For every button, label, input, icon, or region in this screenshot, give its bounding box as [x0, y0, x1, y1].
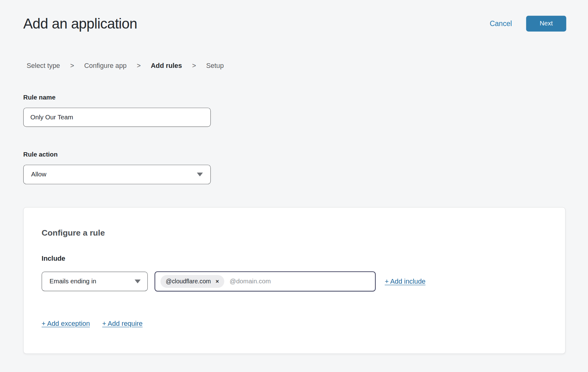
next-button[interactable]: Next: [526, 16, 566, 32]
breadcrumb-step-setup[interactable]: Setup: [206, 62, 224, 70]
add-exception-link[interactable]: + Add exception: [42, 320, 90, 327]
rule-action-value: Allow: [31, 171, 46, 178]
caret-down-icon: [197, 173, 203, 176]
rule-links-row: + Add exception + Add require: [42, 320, 547, 327]
rule-name-input[interactable]: [23, 108, 211, 127]
include-rule-row: Emails ending in @cloudflare.com ✕ + Add…: [42, 271, 547, 291]
include-selector-select[interactable]: Emails ending in: [42, 272, 148, 291]
breadcrumb-step-add-rules: Add rules: [151, 62, 182, 70]
add-include-link[interactable]: + Add include: [385, 277, 425, 285]
caret-down-icon: [135, 280, 141, 283]
breadcrumb-separator: >: [192, 62, 196, 70]
email-domains-input-field[interactable]: @cloudflare.com ✕: [155, 271, 376, 291]
include-selector-value: Emails ending in: [50, 278, 96, 285]
breadcrumb-step-configure-app[interactable]: Configure app: [84, 62, 127, 70]
page-title: Add an application: [23, 15, 137, 32]
breadcrumb: Select type > Configure app > Add rules …: [27, 62, 588, 70]
header-actions: Cancel Next: [490, 16, 566, 32]
breadcrumb-separator: >: [137, 62, 141, 70]
rule-action-label: Rule action: [23, 151, 588, 158]
include-label: Include: [42, 255, 547, 263]
breadcrumb-step-select-type[interactable]: Select type: [27, 62, 60, 70]
email-domain-chip-label: @cloudflare.com: [166, 278, 211, 285]
email-domain-chip: @cloudflare.com ✕: [160, 275, 224, 288]
rule-action-select[interactable]: Allow: [23, 165, 211, 184]
page-header: Add an application Cancel Next: [0, 0, 588, 32]
rule-name-label: Rule name: [23, 94, 588, 101]
add-application-page: Add an application Cancel Next Select ty…: [0, 0, 588, 372]
add-require-link[interactable]: + Add require: [102, 320, 143, 327]
chip-remove-icon[interactable]: ✕: [215, 279, 219, 284]
breadcrumb-separator: >: [70, 62, 74, 70]
configure-rule-card: Configure a rule Include Emails ending i…: [23, 207, 565, 354]
configure-rule-title: Configure a rule: [42, 228, 547, 238]
cancel-button[interactable]: Cancel: [490, 20, 512, 28]
email-domain-input[interactable]: [229, 277, 370, 286]
